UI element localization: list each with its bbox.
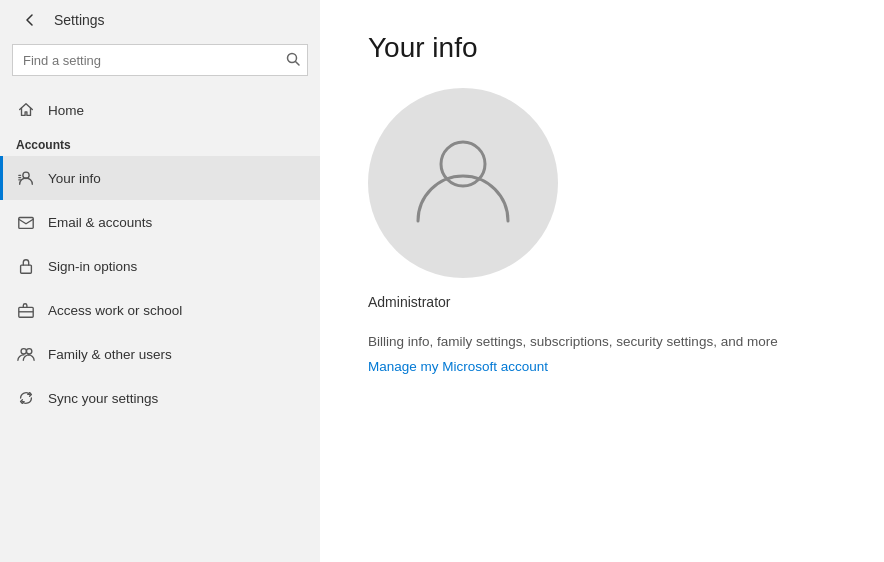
sidebar-item-home[interactable]: Home (0, 88, 320, 132)
sidebar-item-email-accounts-label: Email & accounts (48, 215, 152, 230)
accounts-section-label: Accounts (0, 132, 320, 156)
sidebar-item-sign-in-options-label: Sign-in options (48, 259, 137, 274)
sidebar-item-sign-in-options[interactable]: Sign-in options (0, 244, 320, 288)
search-box (12, 44, 308, 76)
sidebar: Settings Home Accounts (0, 0, 320, 562)
page-title: Your info (368, 32, 836, 64)
back-button[interactable] (16, 6, 44, 34)
svg-rect-7 (21, 265, 32, 273)
group-icon (16, 344, 36, 364)
manage-microsoft-account-link[interactable]: Manage my Microsoft account (368, 359, 548, 374)
user-name: Administrator (368, 294, 836, 310)
avatar (368, 88, 558, 278)
titlebar: Settings (0, 0, 320, 40)
sidebar-item-home-label: Home (48, 103, 84, 118)
sync-icon (16, 388, 36, 408)
search-input[interactable] (12, 44, 308, 76)
sidebar-item-access-work-school[interactable]: Access work or school (0, 288, 320, 332)
email-icon (16, 212, 36, 232)
lock-icon (16, 256, 36, 276)
sidebar-item-email-accounts[interactable]: Email & accounts (0, 200, 320, 244)
sidebar-item-sync-settings-label: Sync your settings (48, 391, 158, 406)
person-icon (16, 168, 36, 188)
sidebar-item-sync-settings[interactable]: Sync your settings (0, 376, 320, 420)
sidebar-item-family-other-users[interactable]: Family & other users (0, 332, 320, 376)
svg-point-11 (26, 349, 31, 354)
main-content: Your info Administrator Billing info, fa… (320, 0, 884, 562)
svg-rect-6 (19, 218, 33, 229)
svg-point-10 (21, 349, 26, 354)
billing-info: Billing info, family settings, subscript… (368, 334, 836, 349)
briefcase-icon (16, 300, 36, 320)
sidebar-item-family-other-users-label: Family & other users (48, 347, 172, 362)
settings-title: Settings (54, 12, 105, 28)
sidebar-item-access-work-school-label: Access work or school (48, 303, 182, 318)
avatar-icon (408, 126, 518, 240)
home-icon (16, 100, 36, 120)
sidebar-item-your-info[interactable]: Your info (0, 156, 320, 200)
sidebar-item-your-info-label: Your info (48, 171, 101, 186)
